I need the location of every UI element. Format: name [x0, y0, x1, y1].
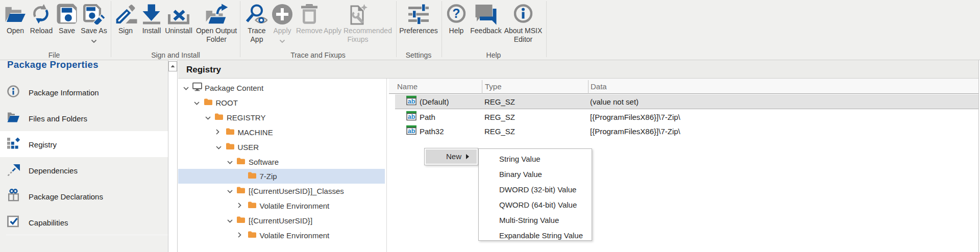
svg-text:ab: ab: [408, 113, 415, 120]
svg-text:?: ?: [452, 6, 460, 20]
svg-text:ab: ab: [408, 128, 415, 135]
svg-text:ab: ab: [408, 98, 415, 105]
